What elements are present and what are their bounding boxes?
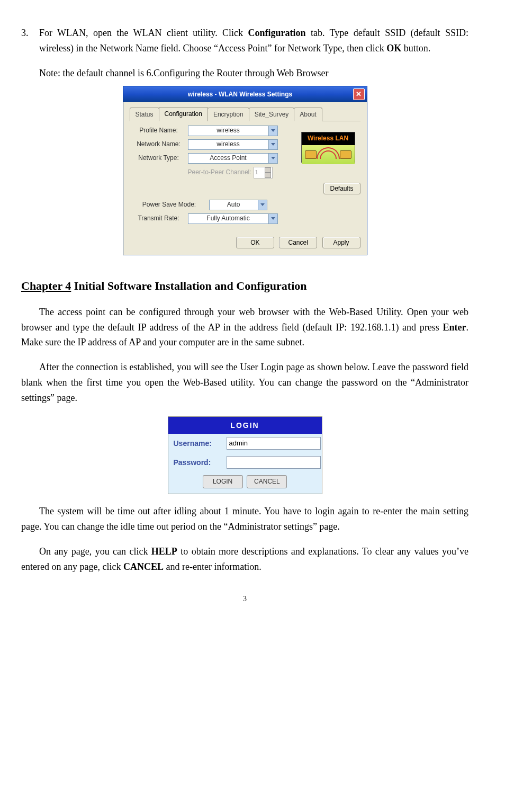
chapter-number: Chapter 4 bbox=[21, 279, 71, 292]
login-form: LOGIN Username: Password: LOGIN CANCEL bbox=[168, 416, 322, 495]
close-icon[interactable]: ✕ bbox=[353, 88, 365, 100]
p2p-channel-stepper: 1 bbox=[254, 167, 273, 178]
paragraph-1: The access point can be configured throu… bbox=[21, 305, 468, 350]
login-header: LOGIN bbox=[168, 417, 322, 434]
ok-button[interactable]: OK bbox=[236, 237, 274, 248]
network-type-select[interactable]: Access Point bbox=[188, 153, 278, 164]
dialog-title: wireless - WLAN Wireless Settings bbox=[128, 90, 353, 100]
item3-text: 3.For WLAN, open the WLAN client utility… bbox=[21, 25, 468, 56]
item3-note: Note: the default channel is 6.Configuri… bbox=[39, 66, 468, 81]
tab-configuration[interactable]: Configuration bbox=[159, 107, 208, 121]
label-p2p-channel: Peer-to-Peer Channel: bbox=[188, 167, 251, 177]
chevron-down-icon bbox=[268, 140, 277, 149]
paragraph-3: The system will be time out after idling… bbox=[21, 504, 468, 534]
tab-encryption[interactable]: Encryption bbox=[208, 108, 249, 121]
label-transmit-rate: Transmit Rate: bbox=[130, 213, 188, 224]
list-item-3: 3.For WLAN, open the WLAN client utility… bbox=[21, 25, 468, 81]
chevron-down-icon bbox=[268, 154, 277, 163]
label-username: Username: bbox=[174, 437, 227, 449]
apply-button[interactable]: Apply bbox=[322, 237, 360, 248]
label-profile-name: Profile Name: bbox=[130, 126, 188, 136]
dialog-tabs: Status Configuration Encryption Site_Sur… bbox=[130, 106, 360, 121]
paragraph-2: After the connection is established, you… bbox=[21, 360, 468, 405]
wlan-settings-dialog: wireless - WLAN Wireless Settings ✕ Stat… bbox=[123, 86, 367, 255]
paragraph-4: On any page, you can click HELP to obtai… bbox=[21, 544, 468, 575]
profile-name-select[interactable]: wireless bbox=[188, 126, 278, 136]
power-save-select[interactable]: Auto bbox=[209, 200, 267, 210]
network-name-select[interactable]: wireless bbox=[188, 139, 278, 150]
cancel-button[interactable]: Cancel bbox=[279, 237, 317, 248]
tab-about[interactable]: About bbox=[294, 108, 322, 121]
chevron-down-icon bbox=[268, 214, 277, 224]
chevron-down-icon bbox=[258, 200, 267, 210]
page-number: 3 bbox=[21, 593, 468, 605]
dialog-titlebar: wireless - WLAN Wireless Settings ✕ bbox=[123, 86, 367, 102]
chapter-title: Initial Software Installation and Config… bbox=[71, 279, 306, 292]
item3-number: 3. bbox=[21, 25, 39, 41]
username-input[interactable] bbox=[227, 437, 321, 450]
wireless-lan-logo: Wireless LAN bbox=[301, 132, 355, 163]
chapter-heading: Chapter 4 Initial Software Installation … bbox=[21, 276, 468, 295]
label-network-name: Network Name: bbox=[130, 139, 188, 149]
transmit-rate-select[interactable]: Fully Automatic bbox=[188, 213, 278, 224]
tab-status[interactable]: Status bbox=[130, 108, 159, 121]
label-power-save: Power Save Mode: bbox=[130, 200, 209, 210]
defaults-button[interactable]: Defaults bbox=[323, 183, 360, 194]
tab-site-survey[interactable]: Site_Survey bbox=[249, 108, 295, 121]
label-password: Password: bbox=[174, 457, 227, 468]
password-input[interactable] bbox=[227, 456, 321, 469]
chevron-down-icon bbox=[268, 126, 277, 136]
login-cancel-button[interactable]: CANCEL bbox=[247, 475, 287, 488]
login-button[interactable]: LOGIN bbox=[203, 475, 243, 488]
label-network-type: Network Type: bbox=[130, 153, 188, 163]
